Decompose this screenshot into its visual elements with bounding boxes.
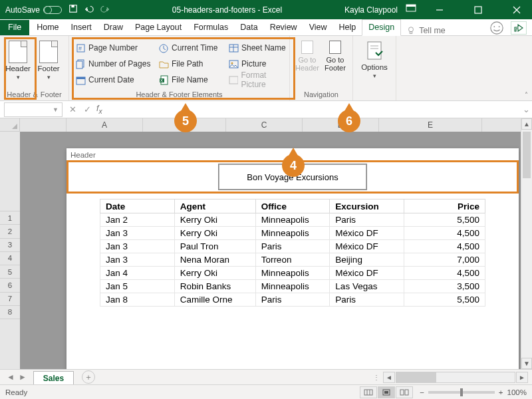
autosave-switch-icon[interactable]: [43, 6, 62, 14]
scroll-track[interactable]: [396, 372, 515, 383]
tab-review[interactable]: Review: [264, 20, 303, 35]
scroll-right-icon[interactable]: ►: [516, 372, 528, 383]
view-normal-button[interactable]: [360, 386, 377, 398]
data-table[interactable]: Date Agent Office Excursion Price Jan 2K…: [100, 199, 485, 307]
autosave-toggle[interactable]: AutoSave: [0, 5, 62, 15]
row-header[interactable]: 2: [0, 225, 20, 238]
tab-view[interactable]: View: [303, 20, 333, 35]
scroll-left-icon[interactable]: ◄: [383, 372, 395, 383]
row-header[interactable]: 6: [0, 279, 20, 292]
emoji-feedback-icon[interactable]: [489, 21, 504, 35]
zoom-controls[interactable]: − + 100%: [420, 388, 527, 396]
collapse-ribbon-icon[interactable]: ˄: [525, 91, 528, 98]
tab-scroll-grip-icon[interactable]: ⋮: [373, 374, 380, 381]
page-number-button[interactable]: #Page Number: [74, 40, 157, 56]
chevron-down-icon: ▼: [53, 106, 59, 113]
tab-data[interactable]: Data: [234, 20, 263, 35]
svg-point-22: [231, 62, 233, 64]
row-header[interactable]: 4: [0, 252, 20, 265]
svg-point-10: [491, 22, 503, 34]
number-of-pages-button[interactable]: Number of Pages: [74, 56, 157, 72]
undo-icon[interactable]: [84, 4, 94, 15]
current-date-button[interactable]: Current Date: [74, 72, 157, 88]
goto-footer-button[interactable]: Go to Footer: [321, 41, 349, 89]
table-row[interactable]: Jan 2Kerry OkiMinneapolisParis5,500: [100, 213, 485, 227]
tab-file[interactable]: File: [0, 20, 29, 35]
row-header[interactable]: 3: [0, 239, 20, 252]
prev-sheet-icon[interactable]: ◄: [7, 372, 15, 382]
expand-formula-bar-icon[interactable]: ⌄: [520, 104, 532, 114]
tab-insert[interactable]: Insert: [65, 20, 98, 35]
tab-design[interactable]: Design: [362, 19, 401, 36]
view-page-layout-button[interactable]: [378, 386, 395, 398]
next-sheet-icon[interactable]: ►: [19, 372, 27, 382]
svg-rect-3: [406, 5, 416, 7]
scroll-thumb[interactable]: [523, 132, 531, 178]
page-layout-icon: [382, 389, 391, 396]
row-header[interactable]: 1: [0, 211, 20, 225]
clock-icon: [159, 43, 169, 53]
col-date[interactable]: Date: [100, 200, 175, 213]
svg-rect-38: [405, 390, 408, 395]
save-icon[interactable]: [68, 4, 78, 15]
col-agent[interactable]: Agent: [174, 200, 255, 213]
table-row[interactable]: Jan 3Kerry OkiMinneapolisMéxico DF4,500: [100, 227, 485, 240]
zoom-in-icon[interactable]: +: [499, 388, 503, 396]
redo-icon[interactable]: [100, 4, 110, 15]
tab-page-layout[interactable]: Page Layout: [129, 20, 188, 35]
maximize-button[interactable]: [463, 0, 493, 19]
select-all-triangle[interactable]: [0, 118, 20, 132]
file-name-button[interactable]: XFile Name: [157, 72, 227, 88]
current-time-button[interactable]: Current Time: [157, 40, 227, 56]
tab-home[interactable]: Home: [31, 20, 65, 35]
col-header[interactable]: C: [226, 118, 303, 132]
col-header[interactable]: E: [379, 118, 482, 132]
sheet-tab-sales[interactable]: Sales: [33, 371, 74, 385]
zoom-percent[interactable]: 100%: [507, 388, 527, 396]
table-row[interactable]: Jan 8Camille OrneParisParis5,500: [100, 293, 485, 307]
row-header[interactable]: 5: [0, 265, 20, 279]
header-button[interactable]: Header ▾: [3, 38, 33, 89]
col-office[interactable]: Office: [255, 200, 330, 213]
header-left-section[interactable]: [70, 164, 218, 190]
tab-draw[interactable]: Draw: [98, 20, 129, 35]
table-row[interactable]: Jan 4Kerry OkiMinneapolisMéxico DF4,500: [100, 267, 485, 280]
name-box[interactable]: ▼: [4, 102, 63, 117]
sheet-name-button[interactable]: Sheet Name: [227, 40, 293, 56]
table-row[interactable]: Jan 3Nena MoranTorreonBeijing7,000: [100, 253, 485, 267]
col-excursion[interactable]: Excursion: [330, 200, 404, 213]
tab-help[interactable]: Help: [333, 20, 362, 35]
tab-formulas[interactable]: Formulas: [188, 20, 234, 35]
row-header[interactable]: 7: [0, 293, 20, 306]
table-row[interactable]: Jan 5Robin BanksMinneapolisLas Vegas3,50…: [100, 280, 485, 293]
ribbon-display-icon[interactable]: [406, 4, 416, 15]
close-button[interactable]: [501, 0, 532, 19]
header-right-section[interactable]: [367, 164, 515, 190]
table-row[interactable]: Jan 3Paul TronParisMéxico DF4,500: [100, 240, 485, 253]
scroll-down-icon[interactable]: ▼: [521, 358, 532, 369]
column-headers[interactable]: A B C D E: [20, 118, 532, 132]
zoom-out-icon[interactable]: −: [420, 388, 424, 396]
horizontal-scrollbar[interactable]: ⋮ ◄ ►: [373, 372, 532, 383]
options-button[interactable]: Options ▾: [356, 38, 393, 89]
ribbon: Header ▾ Footer ▾ Header & Footer #Page …: [0, 36, 532, 101]
vertical-scrollbar[interactable]: ▲ ▼: [521, 118, 532, 369]
zoom-slider[interactable]: [428, 391, 495, 394]
file-path-button[interactable]: File Path: [157, 56, 227, 72]
col-header[interactable]: A: [66, 118, 143, 132]
fx-label[interactable]: fx: [94, 104, 102, 115]
footer-button[interactable]: Footer ▾: [33, 38, 64, 89]
scroll-up-icon[interactable]: ▲: [521, 118, 532, 130]
row-header[interactable]: 8: [0, 306, 20, 319]
new-sheet-button[interactable]: ＋: [82, 370, 95, 384]
svg-rect-9: [410, 32, 412, 34]
picture-button[interactable]: Picture: [227, 56, 293, 72]
row-headers[interactable]: 1 2 3 4 5 6 7 8: [0, 132, 20, 369]
scroll-thumb[interactable]: [396, 372, 436, 382]
col-price[interactable]: Price: [404, 200, 485, 213]
worksheet-area[interactable]: A B C D E 1 2 3 4 5 6 7 8: [0, 118, 532, 369]
view-page-break-button[interactable]: [396, 386, 413, 398]
minimize-button[interactable]: [424, 0, 455, 19]
tell-me-search[interactable]: Tell me: [406, 26, 446, 35]
share-button[interactable]: [511, 21, 527, 35]
